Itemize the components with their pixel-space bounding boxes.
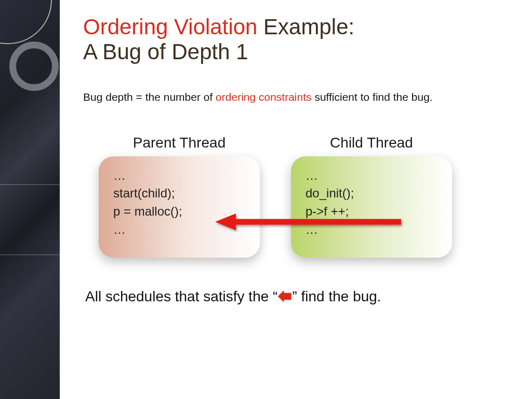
code-line: … xyxy=(113,167,245,185)
conclusion-pre: All schedules that satisfy the “ xyxy=(85,288,277,304)
decor-line xyxy=(0,255,60,255)
code-line: do_init(); xyxy=(305,184,437,203)
code-line: p->f ++; xyxy=(305,203,437,221)
child-code-box: … do_init(); p->f ++; … xyxy=(291,156,452,258)
decor-line xyxy=(0,184,60,185)
def-pre: Bug depth = the number of xyxy=(83,91,216,103)
side-decoration xyxy=(0,0,60,399)
child-thread-label: Child Thread xyxy=(330,135,413,151)
decor-ring-large xyxy=(0,0,52,44)
parent-thread-label: Parent Thread xyxy=(133,135,226,151)
parent-thread-column: Parent Thread … start(child); p = malloc… xyxy=(99,135,260,258)
title-line2: A Bug of Depth 1 xyxy=(83,39,248,64)
parent-code-box: … start(child); p = malloc(); … xyxy=(99,156,260,258)
conclusion-text: All schedules that satisfy the “🡄” find … xyxy=(83,288,514,305)
title-accent: Ordering Violation xyxy=(83,15,257,39)
code-line: … xyxy=(113,221,245,239)
slide-title: Ordering Violation Example: A Bug of Dep… xyxy=(83,15,514,65)
def-post: sufficient to find the bug. xyxy=(312,91,433,103)
slide-content: Ordering Violation Example: A Bug of Dep… xyxy=(83,15,514,305)
code-line: start(child); xyxy=(113,184,245,203)
threads-container: Parent Thread … start(child); p = malloc… xyxy=(83,135,514,258)
left-arrow-icon: 🡄 xyxy=(277,288,292,304)
code-line: p = malloc(); xyxy=(113,203,245,221)
child-thread-column: Child Thread … do_init(); p->f ++; … xyxy=(291,135,452,258)
code-line: … xyxy=(305,221,437,239)
decor-ring-small xyxy=(9,42,59,91)
title-rest: Example: xyxy=(257,15,354,39)
definition-text: Bug depth = the number of ordering const… xyxy=(83,91,514,103)
def-accent: ordering constraints xyxy=(216,91,311,103)
conclusion-post: ” find the bug. xyxy=(292,288,381,304)
code-line: … xyxy=(305,167,437,185)
